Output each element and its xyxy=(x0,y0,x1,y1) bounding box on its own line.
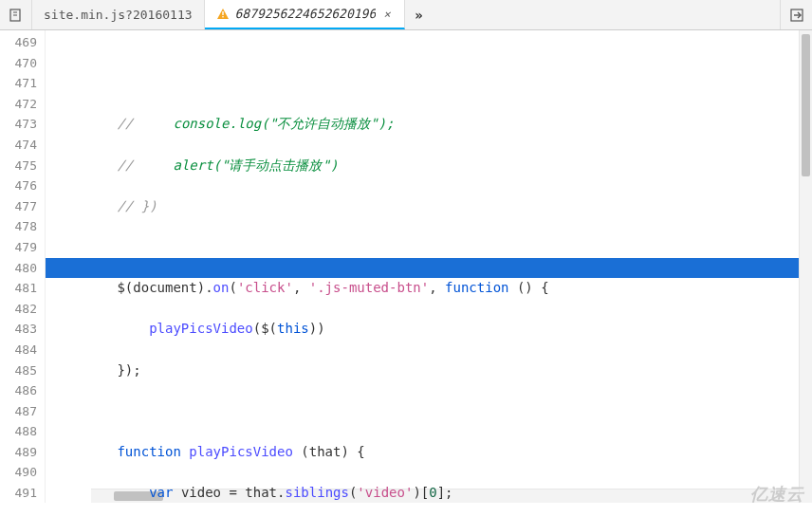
warning-icon xyxy=(216,8,230,21)
line-number: 482 xyxy=(0,299,37,320)
tab-6879256224652620196[interactable]: 6879256224652620196 × xyxy=(205,0,405,29)
line-number: 476 xyxy=(0,175,37,196)
line-number: 484 xyxy=(0,340,37,360)
svg-rect-5 xyxy=(222,16,223,17)
line-number: 491 xyxy=(0,483,37,504)
line-number: 485 xyxy=(0,360,37,381)
page-nav-button[interactable] xyxy=(0,0,32,29)
sources-toolbar: site.min.js?20160113 6879256224652620196… xyxy=(0,0,812,30)
line-number: 474 xyxy=(0,135,37,156)
line-number-gutter: 4694704714724734744754764774784794804814… xyxy=(0,30,46,503)
line-number: 477 xyxy=(0,196,37,217)
line-number: 469 xyxy=(0,32,37,53)
line-number: 490 xyxy=(0,462,37,483)
code-content[interactable]: // console.log("不允许自动播放"); // alert("请手动… xyxy=(46,30,812,503)
line-number: 489 xyxy=(0,442,37,463)
close-icon[interactable]: × xyxy=(381,8,392,21)
page-icon xyxy=(9,8,24,23)
line-number: 470 xyxy=(0,53,37,74)
line-number: 472 xyxy=(0,94,37,115)
code-editor[interactable]: 4694704714724734744754764774784794804814… xyxy=(0,30,812,503)
line-number: 481 xyxy=(0,278,37,299)
line-number: 478 xyxy=(0,216,37,237)
line-number: 488 xyxy=(0,421,37,442)
line-number: 471 xyxy=(0,73,37,94)
tab-label: site.min.js?20160113 xyxy=(44,8,193,22)
line-number: 473 xyxy=(0,114,37,135)
line-number: 487 xyxy=(0,401,37,422)
svg-rect-4 xyxy=(222,11,223,15)
dock-icon xyxy=(789,8,804,23)
line-number: 480 xyxy=(0,258,37,279)
line-number: 486 xyxy=(0,380,37,401)
tab-site-min-js[interactable]: site.min.js?20160113 xyxy=(32,0,205,29)
line-number: 479 xyxy=(0,237,37,258)
line-number: 475 xyxy=(0,156,37,176)
dock-button[interactable] xyxy=(780,0,812,29)
code-lines: // console.log("不允许自动播放"); // alert("请手动… xyxy=(53,94,812,503)
tab-label: 6879256224652620196 xyxy=(235,7,377,21)
tab-strip: site.min.js?20160113 6879256224652620196… xyxy=(32,0,780,29)
tabs-overflow-button[interactable]: » xyxy=(405,0,434,29)
line-number: 483 xyxy=(0,319,37,340)
